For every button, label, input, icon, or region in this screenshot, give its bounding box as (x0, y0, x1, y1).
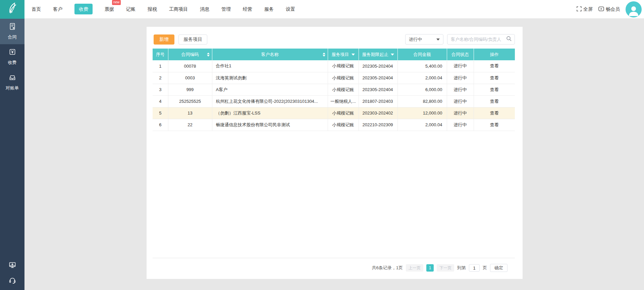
column-label: 合同金额 (414, 52, 431, 57)
cell-contract-code: 252525525 (168, 95, 212, 107)
cell-customer-name: A客户 (212, 84, 328, 95)
member-label: 畅会员 (606, 6, 620, 12)
cell-contract-status: 进行中 (447, 95, 474, 107)
column-label: 服务项目 (332, 52, 349, 57)
goto-page-input[interactable] (469, 264, 480, 272)
table-row[interactable]: 20003沈海英测试勿删小规模记账202305-2024042,000.04进行… (153, 72, 515, 84)
cell-service-item: 一般纳税人... (328, 95, 359, 107)
nav-item-2[interactable]: 收费 (74, 6, 93, 12)
nav-item-11[interactable]: 设置 (286, 6, 295, 12)
nav-item-label: 首页 (32, 6, 41, 12)
nav-item-6[interactable]: 工商项目 (169, 6, 188, 12)
view-link[interactable]: 查看 (490, 99, 499, 104)
cell-contract-code: 13 (168, 107, 212, 119)
view-link[interactable]: 查看 (490, 75, 499, 80)
sidebar-item-label: 收费 (8, 60, 17, 66)
cell-contract-amount: 5,400.00 (397, 60, 447, 72)
fullscreen-label: 全屏 (583, 6, 593, 12)
service-item-button[interactable]: 服务项目 (178, 34, 207, 45)
cell-contract-amount: 2,000.04 (397, 119, 447, 131)
cell-contract-amount: 2,000.04 (397, 72, 447, 84)
view-link[interactable]: 查看 (490, 111, 499, 116)
nav-item-3[interactable]: 票据new (105, 6, 114, 12)
table-row[interactable]: 100078合作社1小规模记账202305-2024045,400.00进行中查… (153, 60, 515, 72)
sidebar-item-label: 合同 (8, 34, 17, 40)
prev-page-button[interactable]: 上一页 (406, 264, 423, 272)
page-number-button[interactable]: 1 (426, 264, 434, 272)
table-row[interactable]: 513（勿删）江西服宝-LSS小规模记账202303-20240212,000.… (153, 107, 515, 119)
statement-icon (8, 73, 16, 83)
sidebar-item-1[interactable]: 收费 (0, 44, 24, 70)
cell-index: 3 (153, 84, 168, 95)
view-link[interactable]: 查看 (490, 122, 499, 127)
cell-action: 查看 (474, 72, 515, 84)
cell-service-period: 202305-202404 (359, 72, 397, 84)
table-row[interactable]: 3999A客户小规模记账202305-2024046,000.00进行中查看 (153, 84, 515, 95)
nav-item-label: 消息 (200, 6, 209, 12)
nav-item-10[interactable]: 服务 (264, 6, 274, 12)
support-button[interactable] (0, 277, 24, 286)
pagination: 共6条记录，1页 上一页 1 下一页 到第 页 确定 (153, 261, 515, 275)
download-client-button[interactable] (0, 261, 24, 271)
cell-action: 查看 (474, 60, 515, 72)
table-row[interactable]: 622畅捷通信息技术股份有限公司民非测试小规模记账202210-2023092,… (153, 119, 515, 131)
add-button[interactable]: 新增 (154, 34, 174, 45)
cell-contract-status: 进行中 (447, 72, 474, 84)
cell-service-period: 202305-202404 (359, 84, 397, 95)
view-link[interactable]: 查看 (490, 87, 499, 92)
column-header-3[interactable]: 服务项目 (328, 49, 359, 60)
fullscreen-button[interactable]: 全屏 (577, 6, 593, 12)
column-header-0: 序号 (153, 49, 168, 60)
column-label: 合同编码 (181, 52, 199, 57)
cell-service-period: 201807-202403 (359, 95, 397, 107)
top-bar: 首页客户收费票据new记账报税工商项目消息管理经营服务设置 全屏 畅会员 (0, 0, 644, 19)
nav-item-label: 服务 (264, 6, 274, 12)
cell-contract-amount: 82,800.00 (397, 95, 447, 107)
view-link[interactable]: 查看 (490, 63, 499, 68)
nav-item-7[interactable]: 消息 (200, 6, 209, 12)
contract-list-panel: 新增 服务项目 进行中 序号合同编码客户名称服务项目服务期限起止合同金额合同状态… (147, 27, 523, 279)
next-page-button[interactable]: 下一页 (437, 264, 454, 272)
sidebar-item-label: 对账单 (6, 85, 19, 91)
sidebar-item-2[interactable]: 对账单 (0, 70, 24, 95)
cell-customer-name: （勿删）江西服宝-LSS (212, 107, 328, 119)
nav-item-4[interactable]: 记账 (126, 6, 136, 12)
cell-customer-name: 沈海英测试勿删 (212, 72, 328, 84)
member-button[interactable]: 畅会员 (598, 6, 620, 12)
nav-item-8[interactable]: 管理 (221, 6, 231, 12)
sort-icon (207, 53, 210, 57)
sidebar-items: 合同收费对账单 (0, 19, 24, 95)
cell-contract-code: 999 (168, 84, 212, 95)
nav-item-1[interactable]: 客户 (53, 6, 62, 12)
cell-contract-status: 进行中 (447, 119, 474, 131)
nav-item-9[interactable]: 经营 (243, 6, 252, 12)
column-header-5: 合同金额 (397, 49, 447, 60)
cell-index: 2 (153, 72, 168, 84)
nav-item-0[interactable]: 首页 (32, 6, 41, 12)
column-header-4[interactable]: 服务期限起止 (359, 49, 397, 60)
status-filter-value: 进行中 (409, 37, 436, 43)
cell-contract-status: 进行中 (447, 60, 474, 72)
new-badge: new (112, 0, 121, 5)
status-filter-select[interactable]: 进行中 (405, 34, 443, 45)
column-header-1[interactable]: 合同编码 (168, 49, 212, 60)
sidebar: 合同收费对账单 (0, 19, 24, 290)
nav-item-5[interactable]: 报税 (148, 6, 157, 12)
app-logo[interactable] (0, 0, 24, 19)
filter-caret-icon (352, 54, 355, 56)
cell-customer-name: 杭州杠上花文化传播有限公司-2022(202303101304... (212, 95, 328, 107)
column-label: 操作 (490, 52, 499, 57)
sidebar-item-0[interactable]: 合同 (0, 19, 24, 44)
cell-action: 查看 (474, 107, 515, 119)
record-summary: 共6条记录，1页 (372, 265, 403, 271)
cell-customer-name: 合作社1 (212, 60, 328, 72)
user-avatar[interactable] (626, 1, 642, 17)
table-row[interactable]: 4252525525杭州杠上花文化传播有限公司-2022(20230310130… (153, 95, 515, 107)
cell-contract-amount: 6,000.00 (397, 84, 447, 95)
search-input[interactable] (451, 37, 506, 42)
search-icon[interactable] (506, 36, 512, 43)
column-header-2[interactable]: 客户名称 (212, 49, 328, 60)
confirm-page-button[interactable]: 确定 (490, 264, 507, 272)
nav-item-label: 设置 (286, 6, 295, 12)
cell-index: 4 (153, 95, 168, 107)
